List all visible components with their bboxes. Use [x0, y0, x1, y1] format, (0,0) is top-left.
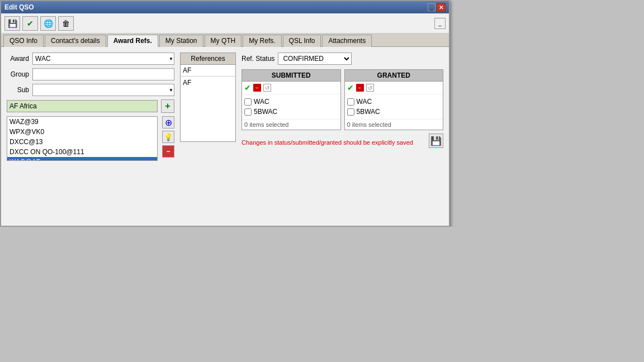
award-dropdown[interactable] [32, 53, 174, 65]
submitted-minus-icon[interactable]: − [253, 84, 261, 92]
main-layout: Award ▼ Group Sub ▼ [7, 53, 443, 161]
award-row: Award ▼ [7, 53, 174, 65]
granted-check-icon[interactable]: ✔ [347, 83, 354, 92]
tab-my-qth[interactable]: My QTH [205, 35, 242, 47]
tab-contacts-details[interactable]: Contact's details [45, 35, 106, 47]
close-button[interactable]: ✕ [437, 3, 446, 12]
warning-text: Changes in status/submitted/granted shou… [242, 139, 425, 146]
tab-qso-info[interactable]: QSO Info [3, 35, 44, 47]
sub-row: Sub ▼ [7, 84, 174, 96]
granted-header: GRANTED [345, 70, 443, 82]
tab-award-refs[interactable]: Award Refs. [107, 35, 158, 47]
main-window: Edit QSO _ ✕ 💾 ✔ 🌐 🗑 _ QSO Info Contact'… [0, 0, 450, 227]
delete-button[interactable]: 🗑 [58, 16, 74, 31]
submitted-wac-label: WAC [254, 98, 269, 106]
list-item[interactable]: WAZ@39 [7, 117, 157, 127]
left-panel: Award ▼ Group Sub ▼ [7, 53, 174, 161]
granted-reset-icon[interactable]: ↺ [366, 84, 374, 92]
submitted-5bwac-checkbox[interactable] [244, 108, 252, 116]
remove-button[interactable]: − [162, 145, 174, 158]
submitted-icons: ✔ − ↺ [242, 82, 340, 94]
tab-attachments[interactable]: Attachments [322, 35, 372, 47]
check-panels-row: SUBMITTED ✔ − ↺ WAC [242, 69, 443, 130]
ref-status-dropdown[interactable]: CONFIRMED SUBMITTED GRANTED NOT CONFIRME… [278, 53, 352, 65]
items-list: WAZ@39 WPX@VK0 DXCC@13 DXCC ON QO-100@11… [7, 116, 158, 161]
submitted-check-icon[interactable]: ✔ [244, 83, 251, 92]
confirm-button[interactable]: ✔ [22, 16, 38, 31]
granted-wac-label: WAC [357, 98, 372, 106]
title-bar: Edit QSO _ ✕ [1, 1, 449, 13]
granted-5bwac-checkbox[interactable] [347, 108, 354, 116]
submitted-reset-icon[interactable]: ↺ [263, 84, 271, 92]
reference-item[interactable]: AF [183, 78, 233, 88]
toolbar-minimize-button[interactable]: _ [434, 18, 446, 29]
content-area: Award ▼ Group Sub ▼ [1, 47, 449, 226]
submitted-header: SUBMITTED [242, 70, 340, 82]
granted-minus-icon[interactable]: − [356, 84, 364, 92]
selected-item-row: + [7, 99, 174, 113]
list-item[interactable]: DXCC@13 [7, 137, 157, 147]
bottom-row: Changes in status/submitted/granted shou… [242, 134, 443, 148]
submitted-panel: SUBMITTED ✔ − ↺ WAC [242, 69, 341, 130]
tab-my-refs[interactable]: My Refs. [243, 35, 281, 47]
explicit-save-button[interactable]: 💾 [429, 134, 443, 148]
add-circle-button[interactable]: ⊕ [162, 116, 174, 128]
references-content: AF [181, 77, 235, 89]
references-header: References [181, 53, 235, 65]
tab-bar: QSO Info Contact's details Award Refs. M… [1, 34, 449, 47]
group-input[interactable] [32, 68, 174, 80]
granted-items: WAC 5BWAC [345, 94, 443, 119]
group-label: Group [7, 70, 29, 78]
references-search-input[interactable] [181, 65, 235, 77]
granted-footer: 0 items selected [345, 119, 443, 130]
toolbar: 💾 ✔ 🌐 🗑 _ [1, 13, 449, 34]
bulb-button[interactable]: 💡 [162, 131, 174, 143]
list-area: WAZ@39 WPX@VK0 DXCC@13 DXCC ON QO-100@11… [7, 116, 174, 161]
submitted-items: WAC 5BWAC [242, 94, 340, 119]
submitted-footer: 0 items selected [242, 119, 340, 130]
sub-dropdown[interactable] [32, 84, 174, 96]
add-item-button[interactable]: + [161, 99, 174, 113]
award-label: Award [7, 55, 29, 63]
group-row: Group [7, 68, 174, 80]
globe-button[interactable]: 🌐 [40, 16, 56, 31]
minimize-button[interactable]: _ [428, 3, 435, 11]
granted-icons: ✔ − ↺ [345, 82, 443, 94]
ref-status-label: Ref. Status [242, 55, 274, 63]
submitted-item-5bwac: 5BWAC [244, 107, 338, 117]
list-side-buttons: ⊕ 💡 − [162, 116, 174, 161]
references-panel: References AF [180, 53, 236, 161]
granted-5bwac-label: 5BWAC [357, 108, 380, 116]
list-item-selected[interactable]: WAC@AF [7, 157, 157, 161]
ref-status-row: Ref. Status CONFIRMED SUBMITTED GRANTED … [242, 53, 443, 65]
granted-panel: GRANTED ✔ − ↺ WAC [344, 69, 444, 130]
submitted-item-wac: WAC [244, 97, 338, 107]
granted-wac-checkbox[interactable] [347, 98, 354, 106]
right-panel: Ref. Status CONFIRMED SUBMITTED GRANTED … [242, 53, 443, 161]
list-item[interactable]: WPX@VK0 [7, 127, 157, 137]
submitted-5bwac-label: 5BWAC [254, 108, 277, 116]
granted-item-wac: WAC [347, 97, 441, 107]
tab-my-station[interactable]: My Station [159, 35, 203, 47]
tab-qsl-info[interactable]: QSL Info [283, 35, 321, 47]
window-title: Edit QSO [4, 3, 34, 11]
references-box: References AF [180, 53, 236, 142]
submitted-wac-checkbox[interactable] [244, 98, 252, 106]
sub-label: Sub [7, 86, 29, 94]
save-button[interactable]: 💾 [4, 16, 20, 31]
list-item[interactable]: DXCC ON QO-100@111 [7, 147, 157, 157]
selected-item-input[interactable] [7, 100, 158, 112]
granted-item-5bwac: 5BWAC [347, 107, 441, 117]
